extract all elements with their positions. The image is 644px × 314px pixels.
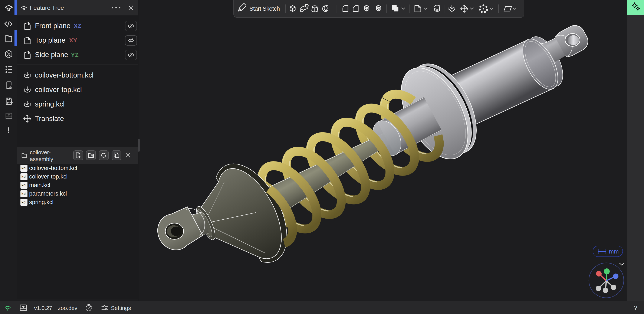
svg-text:Start Sketch: Start Sketch <box>250 5 280 12</box>
